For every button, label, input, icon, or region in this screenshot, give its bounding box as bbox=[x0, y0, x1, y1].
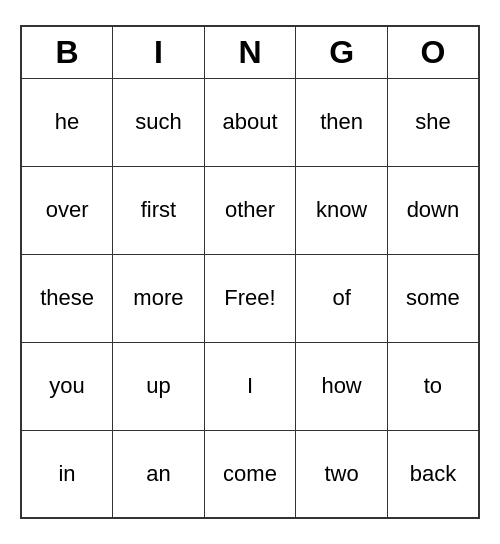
bingo-row-1: overfirstotherknowdown bbox=[21, 166, 479, 254]
header-col-n: N bbox=[204, 26, 296, 78]
header-col-b: B bbox=[21, 26, 113, 78]
bingo-cell-1-3: know bbox=[296, 166, 388, 254]
bingo-header-row: BINGO bbox=[21, 26, 479, 78]
bingo-cell-2-3: of bbox=[296, 254, 388, 342]
bingo-cell-2-1: more bbox=[113, 254, 205, 342]
bingo-cell-4-3: two bbox=[296, 430, 388, 518]
bingo-cell-3-3: how bbox=[296, 342, 388, 430]
header-col-o: O bbox=[387, 26, 479, 78]
header-col-g: G bbox=[296, 26, 388, 78]
bingo-cell-1-4: down bbox=[387, 166, 479, 254]
bingo-cell-0-3: then bbox=[296, 78, 388, 166]
bingo-cell-4-0: in bbox=[21, 430, 113, 518]
bingo-cell-4-1: an bbox=[113, 430, 205, 518]
header-col-i: I bbox=[113, 26, 205, 78]
bingo-cell-3-2: I bbox=[204, 342, 296, 430]
bingo-row-4: inancometwoback bbox=[21, 430, 479, 518]
bingo-cell-0-1: such bbox=[113, 78, 205, 166]
bingo-cell-2-0: these bbox=[21, 254, 113, 342]
bingo-body: hesuchaboutthensheoverfirstotherknowdown… bbox=[21, 78, 479, 518]
bingo-cell-0-0: he bbox=[21, 78, 113, 166]
bingo-cell-3-1: up bbox=[113, 342, 205, 430]
bingo-cell-1-2: other bbox=[204, 166, 296, 254]
bingo-cell-0-4: she bbox=[387, 78, 479, 166]
bingo-cell-1-1: first bbox=[113, 166, 205, 254]
bingo-cell-1-0: over bbox=[21, 166, 113, 254]
bingo-cell-3-4: to bbox=[387, 342, 479, 430]
bingo-row-0: hesuchaboutthenshe bbox=[21, 78, 479, 166]
bingo-cell-0-2: about bbox=[204, 78, 296, 166]
bingo-cell-4-2: come bbox=[204, 430, 296, 518]
bingo-cell-4-4: back bbox=[387, 430, 479, 518]
bingo-cell-2-4: some bbox=[387, 254, 479, 342]
bingo-cell-2-2: Free! bbox=[204, 254, 296, 342]
bingo-row-2: thesemoreFree!ofsome bbox=[21, 254, 479, 342]
bingo-card: BINGO hesuchaboutthensheoverfirstotherkn… bbox=[20, 25, 480, 519]
bingo-row-3: youupIhowto bbox=[21, 342, 479, 430]
bingo-cell-3-0: you bbox=[21, 342, 113, 430]
